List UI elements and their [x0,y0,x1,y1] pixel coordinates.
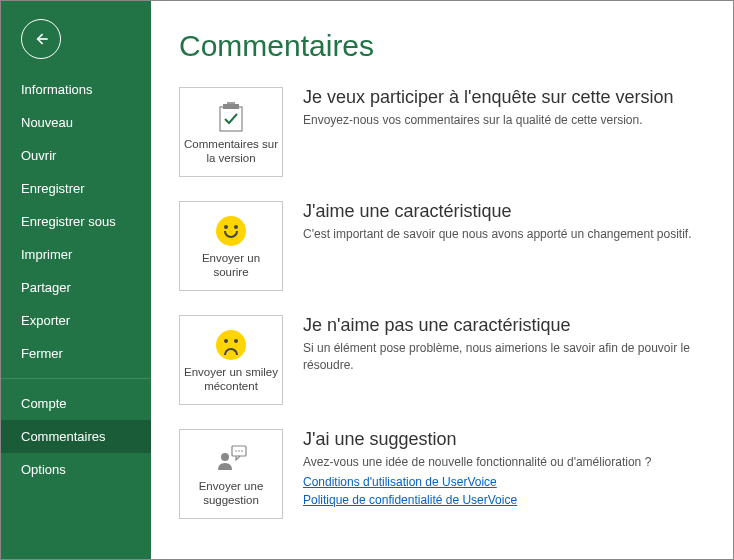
item-desc: Si un élément pose problème, nous aimeri… [303,340,709,374]
sidebar-item-compte[interactable]: Compte [1,387,151,420]
back-button[interactable] [21,19,61,59]
tile-send-suggestion[interactable]: Envoyer une suggestion [179,429,283,519]
suggestion-icon [214,441,248,477]
sidebar-item-imprimer[interactable]: Imprimer [1,238,151,271]
row-send-frown: Envoyer un smiley mécontent Je n'aime pa… [179,315,709,405]
tile-version-feedback[interactable]: Commentaires sur la version [179,87,283,177]
svg-point-8 [241,450,243,452]
smile-icon [216,213,246,249]
svg-point-6 [235,450,237,452]
svg-rect-3 [223,104,239,109]
item-desc: Envoyez-nous vos commentaires sur la qua… [303,112,709,129]
frown-icon [216,327,246,363]
sidebar-item-informations[interactable]: Informations [1,73,151,106]
link-uservoice-terms[interactable]: Conditions d'utilisation de UserVoice [303,475,709,489]
svg-point-4 [221,453,229,461]
sidebar-item-fermer[interactable]: Fermer [1,337,151,370]
item-title: J'ai une suggestion [303,429,709,450]
row-version-feedback: Commentaires sur la version Je veux part… [179,87,709,177]
sidebar-divider [1,378,151,379]
sidebar-item-partager[interactable]: Partager [1,271,151,304]
sidebar-item-exporter[interactable]: Exporter [1,304,151,337]
tile-send-smile[interactable]: Envoyer un sourire [179,201,283,291]
tile-label: Envoyer un sourire [184,251,278,280]
link-uservoice-privacy[interactable]: Politique de confidentialité de UserVoic… [303,493,709,507]
sidebar-item-nouveau[interactable]: Nouveau [1,106,151,139]
sidebar-item-enregistrer-sous[interactable]: Enregistrer sous [1,205,151,238]
row-suggestion: Envoyer une suggestion J'ai une suggesti… [179,429,709,519]
sidebar-item-enregistrer[interactable]: Enregistrer [1,172,151,205]
svg-rect-2 [220,107,242,131]
item-title: Je n'aime pas une caractéristique [303,315,709,336]
sidebar-item-options[interactable]: Options [1,453,151,486]
svg-point-7 [238,450,240,452]
item-desc: Avez-vous une idée de nouvelle fonctionn… [303,454,709,471]
item-title: J'aime une caractéristique [303,201,709,222]
row-send-smile: Envoyer un sourire J'aime une caractéris… [179,201,709,291]
page-title: Commentaires [179,29,709,63]
tile-label: Envoyer un smiley mécontent [184,365,278,394]
tile-label: Commentaires sur la version [184,137,278,166]
survey-icon [216,99,246,135]
item-desc: C'est important de savoir que nous avons… [303,226,709,243]
tile-label: Envoyer une suggestion [184,479,278,508]
item-title: Je veux participer à l'enquête sur cette… [303,87,709,108]
arrow-left-icon [31,29,51,49]
main-panel: Commentaires Commentaires sur la version… [151,1,733,559]
backstage-sidebar: Informations Nouveau Ouvrir Enregistrer … [1,1,151,559]
tile-send-frown[interactable]: Envoyer un smiley mécontent [179,315,283,405]
sidebar-item-ouvrir[interactable]: Ouvrir [1,139,151,172]
sidebar-item-commentaires[interactable]: Commentaires [1,420,151,453]
